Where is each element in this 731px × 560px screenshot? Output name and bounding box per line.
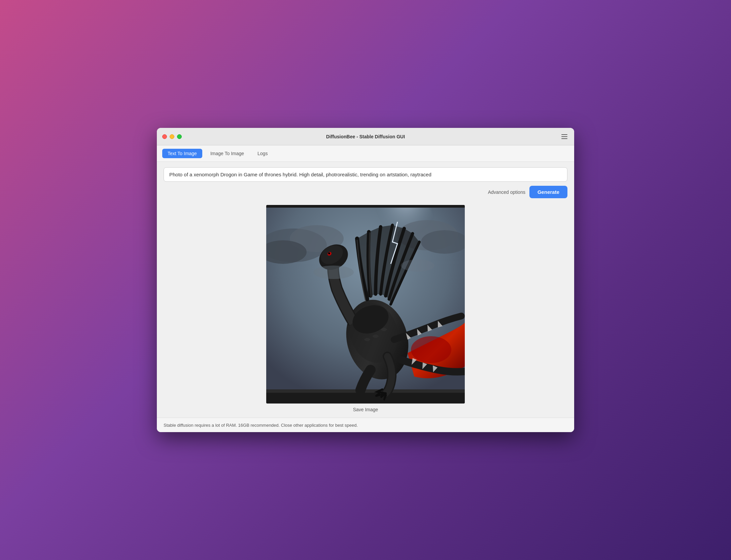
tab-logs[interactable]: Logs — [252, 149, 273, 158]
image-container: Save Image — [164, 205, 567, 412]
tab-text-to-image[interactable]: Text To Image — [162, 149, 202, 158]
svg-point-13 — [411, 336, 451, 363]
app-window: DiffusionBee - Stable Diffusion GUI Text… — [157, 128, 574, 432]
titlebar: DiffusionBee - Stable Diffusion GUI — [157, 128, 574, 145]
tab-image-to-image[interactable]: Image To Image — [205, 149, 249, 158]
advanced-options-link[interactable]: Advanced options — [488, 189, 525, 195]
menu-line-2 — [561, 136, 567, 137]
options-row: Advanced options Generate — [164, 186, 567, 198]
svg-point-15 — [401, 259, 434, 272]
menu-line-1 — [561, 134, 567, 135]
content-area: Advanced options Generate — [157, 162, 574, 418]
close-button[interactable] — [162, 134, 167, 139]
status-bar: Stable diffusion requires a lot of RAM. … — [157, 418, 574, 432]
status-text: Stable diffusion requires a lot of RAM. … — [164, 423, 358, 428]
generated-image — [266, 205, 465, 404]
minimize-button[interactable] — [170, 134, 174, 139]
svg-rect-7 — [266, 392, 465, 404]
prompt-row — [164, 167, 567, 182]
menu-icon[interactable] — [560, 133, 569, 140]
generate-button[interactable]: Generate — [529, 186, 567, 198]
creature-svg — [266, 205, 465, 404]
traffic-lights — [162, 134, 182, 139]
maximize-button[interactable] — [177, 134, 182, 139]
svg-point-18 — [328, 252, 330, 254]
tab-bar: Text To Image Image To Image Logs — [157, 145, 574, 162]
menu-line-3 — [561, 138, 567, 139]
window-title: DiffusionBee - Stable Diffusion GUI — [326, 134, 405, 139]
save-image-link[interactable]: Save Image — [353, 407, 378, 412]
prompt-input[interactable] — [164, 167, 567, 182]
svg-rect-16 — [266, 205, 465, 208]
svg-point-14 — [313, 266, 354, 279]
